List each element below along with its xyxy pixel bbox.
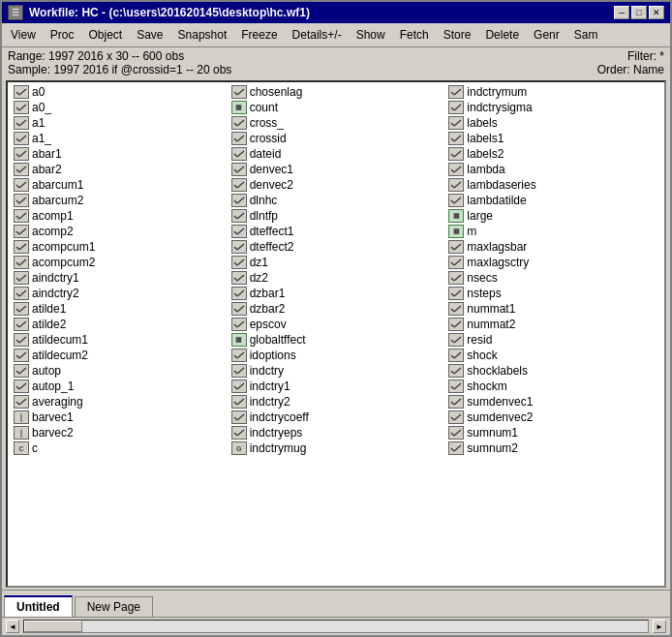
variable-item[interactable]: indctry2 [228, 394, 445, 410]
variable-item[interactable]: averaging [10, 394, 228, 410]
variable-item[interactable]: labels [444, 115, 662, 131]
variable-name: lambdaseries [467, 178, 535, 192]
variable-icon [231, 209, 247, 223]
variable-item[interactable]: nsecs [444, 270, 662, 286]
variable-icon: ▦ [448, 225, 464, 238]
variable-item[interactable]: a1_ [10, 131, 228, 146]
variable-item[interactable]: abar1 [10, 146, 228, 162]
variable-item[interactable]: dlnhc [228, 193, 445, 208]
variable-item[interactable]: dzbar1 [228, 286, 445, 301]
variable-item[interactable]: dz1 [228, 255, 445, 270]
variable-item[interactable]: dteffect1 [228, 224, 445, 239]
variable-item[interactable]: ║barvec1 [10, 410, 228, 425]
scrollbar-track[interactable] [23, 620, 649, 633]
variable-item[interactable]: denvec2 [228, 177, 445, 193]
variable-item[interactable]: shocklabels [444, 363, 662, 379]
variable-item[interactable]: resid [444, 332, 662, 348]
variable-item[interactable]: chosenlag [228, 84, 445, 100]
variable-item[interactable]: lambdaseries [444, 177, 662, 193]
variable-item[interactable]: indctry [228, 363, 445, 379]
variable-item[interactable]: shockm [444, 379, 662, 394]
menu-item-fetch[interactable]: Fetch [393, 25, 436, 45]
tab-untitled[interactable]: Untitled [4, 595, 73, 617]
variable-item[interactable]: nummat1 [444, 301, 662, 317]
variable-item[interactable]: maxlagsctry [444, 255, 662, 270]
variable-item[interactable]: sumnum2 [444, 440, 662, 456]
close-button[interactable]: ✕ [649, 6, 664, 19]
menu-item-sam[interactable]: Sam [567, 25, 605, 45]
menu-item-freeze[interactable]: Freeze [234, 25, 284, 45]
variable-item[interactable]: maxlagsbar [444, 239, 662, 255]
variable-item[interactable]: indctry1 [228, 379, 445, 394]
variable-item[interactable]: atilde1 [10, 301, 228, 317]
variable-item[interactable]: autop [10, 363, 228, 379]
variable-item[interactable]: ▦large [444, 208, 662, 224]
variable-item[interactable]: a1 [10, 115, 228, 131]
variable-item[interactable]: cross_ [228, 115, 445, 131]
variable-item[interactable]: dz2 [228, 270, 445, 286]
scroll-right-button[interactable]: ► [653, 620, 666, 633]
scrollbar-thumb[interactable] [24, 621, 82, 632]
variable-item[interactable]: abar2 [10, 162, 228, 177]
variable-item[interactable]: abarcum1 [10, 177, 228, 193]
variable-item[interactable]: acompcum2 [10, 255, 228, 270]
variable-item[interactable]: dteffect2 [228, 239, 445, 255]
variable-item[interactable]: nsteps [444, 286, 662, 301]
menu-item-store[interactable]: Store [437, 25, 478, 45]
variable-item[interactable]: abarcum2 [10, 193, 228, 208]
menu-item-object[interactable]: Object [81, 25, 129, 45]
variable-item[interactable]: dateid [228, 146, 445, 162]
variable-item[interactable]: acomp2 [10, 224, 228, 239]
menu-item-genr[interactable]: Genr [527, 25, 566, 45]
variable-item[interactable]: ▦globaltffect [228, 332, 445, 348]
variable-item[interactable]: shock [444, 348, 662, 363]
variable-item[interactable]: labels2 [444, 146, 662, 162]
variable-name: dteffect1 [250, 225, 294, 238]
menu-item-show[interactable]: Show [350, 25, 392, 45]
variable-item[interactable]: ▦count [228, 100, 445, 115]
variable-item[interactable]: idoptions [228, 348, 445, 363]
menu-item-view[interactable]: View [4, 25, 43, 45]
variable-item[interactable]: sumnum1 [444, 425, 662, 440]
variable-item[interactable]: labels1 [444, 131, 662, 146]
variable-item[interactable]: dzbar2 [228, 301, 445, 317]
variable-item[interactable]: indctrycoeff [228, 410, 445, 425]
variable-item[interactable]: autop_1 [10, 379, 228, 394]
menu-item-proc[interactable]: Proc [44, 25, 81, 45]
variable-item[interactable]: a0_ [10, 100, 228, 115]
variable-item[interactable]: indctrysigma [444, 100, 662, 115]
scroll-left-button[interactable]: ◄ [6, 620, 19, 633]
menu-item-details+/-[interactable]: Details+/- [286, 25, 349, 45]
variable-item[interactable]: a0 [10, 84, 228, 100]
variables-list[interactable]: a0chosenlagindctrymuma0_▦countindctrysig… [6, 80, 666, 588]
minimize-button[interactable]: ─ [614, 6, 629, 19]
variable-item[interactable]: acomp1 [10, 208, 228, 224]
menu-item-snapshot[interactable]: Snapshot [171, 25, 234, 45]
maximize-button[interactable]: □ [631, 6, 647, 19]
variable-item[interactable]: aindctry2 [10, 286, 228, 301]
variable-item[interactable]: dlntfp [228, 208, 445, 224]
variable-item[interactable]: crossid [228, 131, 445, 146]
variable-item[interactable]: epscov [228, 317, 445, 332]
variable-item[interactable]: aindctry1 [10, 270, 228, 286]
variable-item[interactable]: Cc [10, 440, 228, 456]
variable-item[interactable]: lambdatilde [444, 193, 662, 208]
variable-item[interactable]: acompcum1 [10, 239, 228, 255]
variable-item[interactable]: atilde2 [10, 317, 228, 332]
variable-item[interactable]: sumdenvec1 [444, 394, 662, 410]
tab-new-page[interactable]: New Page [75, 596, 153, 617]
variable-item[interactable]: lambda [444, 162, 662, 177]
variable-item[interactable]: indctryeps [228, 425, 445, 440]
variable-item[interactable]: atildecum1 [10, 332, 228, 348]
variable-item[interactable]: atildecum2 [10, 348, 228, 363]
variable-item[interactable]: nummat2 [444, 317, 662, 332]
variable-name: dz2 [250, 271, 268, 285]
menu-item-save[interactable]: Save [130, 25, 169, 45]
variable-item[interactable]: denvec1 [228, 162, 445, 177]
variable-item[interactable]: ▦m [444, 224, 662, 239]
variable-item[interactable]: ║barvec2 [10, 425, 228, 440]
menu-item-delete[interactable]: Delete [478, 25, 526, 45]
variable-item[interactable]: indctrymum [444, 84, 662, 100]
variable-item[interactable]: Gindctrymug [228, 440, 445, 456]
variable-item[interactable]: sumdenvec2 [444, 410, 662, 425]
